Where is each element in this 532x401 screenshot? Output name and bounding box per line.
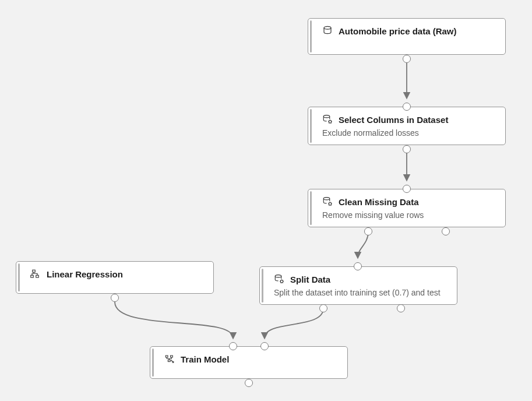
svg-point-3 [323,198,330,200]
database-icon [322,26,333,36]
svg-point-0 [324,26,331,29]
node-accent-bar [310,20,312,52]
svg-point-5 [275,275,281,277]
port-input[interactable] [403,185,411,193]
node-title: Split Data [290,275,330,284]
database-gear-icon [274,274,284,284]
port-output[interactable] [403,145,411,153]
port-input[interactable] [403,103,411,111]
port-output[interactable] [403,55,411,63]
node-subtitle: Split the dataset into training set (0.7… [274,288,449,297]
svg-point-1 [323,115,330,118]
port-input[interactable] [229,342,237,350]
node-accent-bar [152,349,154,377]
node-title: Linear Regression [47,269,123,279]
port-input[interactable] [260,342,269,350]
database-gear-icon [322,114,333,125]
train-icon [164,354,175,364]
node-automobile-price-data[interactable]: Automobile price data (Raw) [308,18,506,55]
port-output[interactable] [319,304,327,312]
node-accent-bar [310,191,312,225]
node-title: Select Columns in Dataset [339,115,448,125]
node-subtitle: Exclude normalized losses [322,128,497,138]
svg-rect-11 [171,356,173,357]
node-accent-bar [262,269,263,302]
database-gear-icon [322,196,333,207]
svg-rect-12 [168,360,170,362]
port-output[interactable] [442,227,450,235]
svg-rect-9 [36,275,39,277]
node-train-model[interactable]: Train Model [150,346,348,379]
node-clean-missing-data[interactable]: Clean Missing Data Remove missing value … [308,189,506,227]
branch-icon [30,269,41,279]
port-output[interactable] [245,379,253,387]
node-linear-regression[interactable]: Linear Regression [16,261,214,294]
pipeline-canvas[interactable]: Automobile price data (Raw) Select Colum… [0,0,532,401]
port-output[interactable] [364,227,372,235]
node-title: Clean Missing Data [339,197,419,207]
node-split-data[interactable]: Split Data Split the dataset into traini… [259,266,457,305]
node-subtitle: Remove missing value rows [322,210,497,220]
port-input[interactable] [354,262,362,270]
svg-rect-10 [165,356,168,357]
node-title: Train Model [181,354,229,364]
node-accent-bar [310,109,312,143]
node-accent-bar [18,263,20,291]
svg-rect-8 [31,275,34,277]
node-title: Automobile price data (Raw) [339,26,457,36]
port-output[interactable] [397,304,405,312]
node-select-columns[interactable]: Select Columns in Dataset Exclude normal… [308,107,506,145]
port-output[interactable] [111,294,119,302]
svg-rect-7 [33,270,36,272]
